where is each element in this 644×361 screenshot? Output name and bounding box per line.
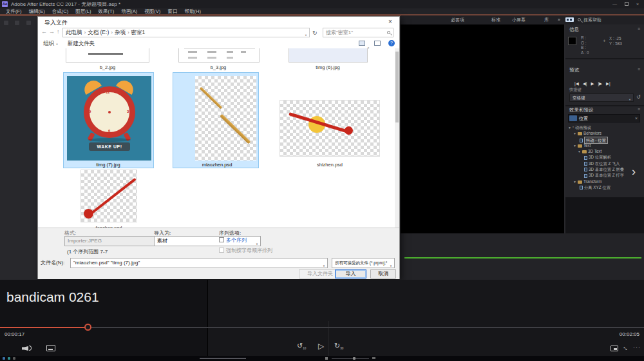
dialog-close-icon[interactable]: × (381, 17, 399, 26)
more-options-icon[interactable]: ··· (633, 344, 641, 350)
last-frame-icon[interactable]: ▶| (606, 81, 611, 86)
zoom-slider[interactable] (332, 358, 369, 359)
menu-composition[interactable]: 合成(C) (52, 8, 68, 14)
mini-player-icon[interactable] (611, 346, 618, 351)
panel-menu-icon[interactable]: ≡ (638, 67, 640, 72)
shortcut-select[interactable]: 空格键▼ (569, 93, 634, 102)
file-tile-timg7-selected[interactable]: 12 3 6 9 WAKE UP! (63, 72, 154, 168)
import-button[interactable]: 导入 (335, 269, 366, 278)
skip-forward-icon[interactable]: ↻30 (334, 342, 343, 350)
close-icon[interactable]: × (636, 0, 639, 8)
file-thumbnail-b3[interactable] (178, 48, 260, 63)
next-frame-icon[interactable]: |▶ (598, 81, 602, 86)
taskbar-icon[interactable] (3, 357, 5, 360)
progress-bar-filled[interactable] (0, 327, 88, 328)
panel-menu-icon[interactable]: ≡ (638, 107, 640, 112)
back-icon[interactable]: ← (41, 28, 47, 35)
menu-file[interactable]: 文件(F) (6, 8, 22, 14)
cancel-button[interactable]: 取消 (370, 269, 396, 278)
file-label[interactable]: timg (7).jpg (79, 162, 137, 168)
workspace-overflow-icon[interactable]: » (558, 15, 560, 24)
tool-icon[interactable] (4, 21, 8, 25)
tree-item[interactable]: ▼Text (567, 142, 643, 148)
taskbar-icon[interactable] (13, 357, 15, 360)
file-tile-shizhen[interactable] (279, 100, 380, 157)
menu-help[interactable]: 帮助(H) (185, 8, 201, 14)
breadcrumb-folder[interactable]: 杂项 (115, 29, 126, 35)
file-tile-miaozhen-selected[interactable] (173, 72, 259, 168)
fullscreen-icon[interactable]: ↔ (620, 342, 632, 354)
tree-item[interactable]: ▼3D Text (567, 148, 643, 154)
refresh-icon[interactable]: ↻ (312, 30, 317, 36)
timeline-panel[interactable] (401, 233, 644, 280)
composition-viewer[interactable] (401, 24, 564, 233)
new-folder-button[interactable]: 新建文件夹 (68, 40, 95, 46)
breadcrumb-this-pc[interactable]: 此电脑 (66, 29, 82, 35)
checkbox-icon[interactable] (219, 237, 224, 242)
file-label[interactable]: miaozhen.psd (188, 162, 246, 168)
help-icon[interactable]: ? (388, 40, 395, 46)
menu-edit[interactable]: 编辑(E) (29, 8, 45, 14)
zoom-plus-icon[interactable] (325, 357, 328, 360)
file-label[interactable]: b_2.jpg (79, 64, 137, 70)
play-icon[interactable]: ▶ (591, 81, 594, 86)
menu-window[interactable]: 窗口 (167, 8, 177, 14)
file-thumbnail-timg6[interactable] (289, 48, 368, 63)
skip-back-icon[interactable]: ↺10 (297, 342, 306, 350)
tool-icon[interactable] (15, 21, 19, 25)
tree-item[interactable]: ▼*动画预设 (567, 124, 643, 130)
filetype-select[interactable]: 所有可接受的文件 (*.prproj;*▼ (332, 258, 395, 268)
tree-item[interactable]: ▼Behaviors (567, 130, 643, 136)
progress-handle[interactable] (84, 324, 91, 331)
breadcrumb-drive[interactable]: 文档 (E:) (88, 29, 109, 35)
prev-frame-icon[interactable]: ◀| (583, 81, 587, 86)
display-icon[interactable] (46, 345, 55, 351)
zoom-slider-knob[interactable] (353, 357, 355, 360)
window-controls[interactable]: —× (605, 0, 639, 8)
minimize-icon[interactable]: — (612, 0, 617, 8)
thumbnail-view-icon[interactable] (359, 41, 365, 46)
filename-input[interactable]: "miaozhen.psd" "timg (7).jpg"▼ (70, 258, 328, 268)
active-workspace-chip[interactable] (565, 17, 574, 22)
menu-view[interactable]: 视图(V) (144, 8, 160, 14)
tray-caret-icon[interactable] (372, 357, 375, 359)
multi-sequence-checkbox[interactable]: 多个序列 (219, 237, 247, 244)
panel-menu-icon[interactable]: ≡ (638, 26, 640, 31)
breadcrumb[interactable]: 此电脑›文档 (E:)›杂项›密室1 ▼ (62, 28, 310, 37)
menu-animation[interactable]: 动画(A) (121, 8, 137, 14)
progress-bar-track[interactable] (88, 327, 644, 328)
maximize-icon[interactable] (625, 2, 629, 6)
file-list[interactable]: b_2.jpg b_3.jpg timg (6).jpg (39, 48, 395, 228)
panel-expander-chevron[interactable]: › (632, 165, 636, 179)
tree-item[interactable]: ▼Transform (567, 179, 643, 184)
volume-icon[interactable] (22, 344, 29, 352)
tree-item-selected[interactable]: 抖动 - 位置 (567, 137, 643, 142)
workspace-tab-essentials[interactable]: 必要项 (451, 15, 464, 24)
workspace-tab-library[interactable]: 库 (544, 15, 549, 24)
file-thumbnail-b2[interactable] (66, 48, 149, 63)
play-icon[interactable]: ▷ (318, 342, 324, 351)
file-label[interactable]: shizhen.psd (301, 162, 359, 168)
clear-search-icon[interactable]: × (635, 115, 638, 122)
menu-effect[interactable]: 效果(T) (99, 8, 115, 14)
workspace-tab-small-screen[interactable]: 小屏幕 (512, 15, 526, 24)
reset-icon[interactable]: ↺ (636, 95, 641, 100)
scrollbar[interactable] (395, 48, 399, 228)
file-tile-fenzhen[interactable] (80, 170, 137, 222)
scrollbar-thumb[interactable] (395, 52, 399, 122)
file-label[interactable]: timg (6).jpg (299, 64, 357, 70)
first-frame-icon[interactable]: |◀ (574, 81, 579, 86)
dialog-titlebar[interactable]: 导入文件 × (38, 17, 399, 27)
details-view-icon[interactable] (374, 41, 381, 46)
organize-button[interactable]: 组织 ▼ (43, 40, 58, 46)
breadcrumb-current[interactable]: 密室1 (131, 29, 146, 35)
forward-icon[interactable]: → (49, 28, 55, 35)
up-icon[interactable]: ↑ (57, 28, 60, 35)
file-label[interactable]: b_3.jpg (189, 64, 247, 70)
search-input[interactable]: 搜索"密室1" (323, 28, 393, 37)
tree-item[interactable]: 3D 位置解析 (567, 154, 643, 160)
effects-search-input[interactable]: 位置 × (568, 114, 640, 122)
workspace-tab-standard[interactable]: 标准 (491, 15, 500, 24)
menu-layer[interactable]: 图层(L) (75, 8, 91, 14)
taskbar-icon[interactable] (8, 357, 10, 360)
